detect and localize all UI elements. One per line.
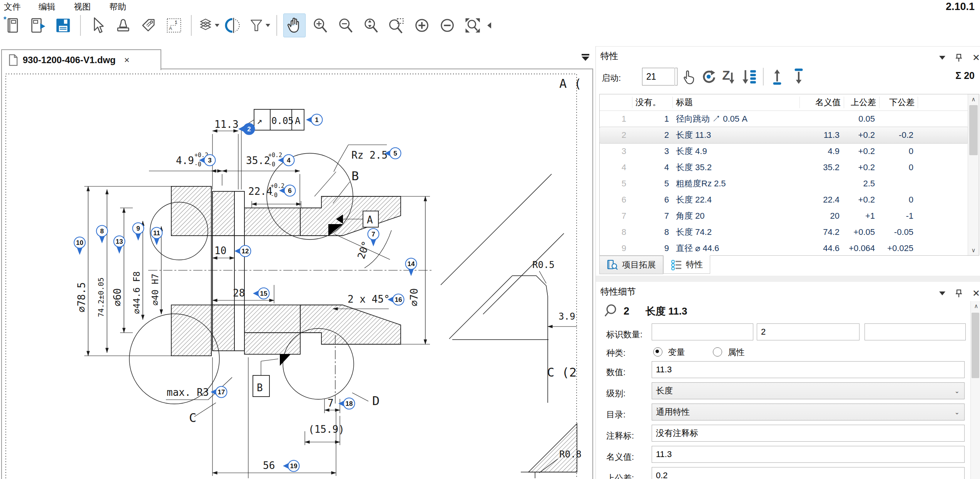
balloon-15[interactable]: 15 (253, 288, 269, 299)
panel-collapse-icon[interactable] (939, 291, 945, 295)
table-row[interactable]: 33长度 4.9 4.9+0.20 (600, 143, 968, 159)
tab-project-expand[interactable]: 项目拓展 (599, 256, 663, 274)
balloon-13[interactable]: 13 (114, 236, 125, 254)
menu-file[interactable]: 文件 (4, 1, 21, 13)
dim-text: R0.8 (559, 449, 582, 460)
scroll-thumb[interactable] (969, 105, 978, 155)
menu-view[interactable]: 视图 (74, 1, 91, 13)
radio-dot (713, 347, 722, 357)
toolbar-collapse-arrow[interactable] (487, 22, 491, 28)
pan-tool-button[interactable] (283, 13, 306, 37)
balloon-18[interactable]: 18 (338, 398, 355, 409)
increase-button[interactable] (411, 14, 433, 37)
start-input[interactable] (642, 68, 677, 85)
document-tab-bar: 930-1200-406-V1.dwg × (1, 49, 593, 69)
scroll-up-arrow[interactable]: ∧ (968, 94, 979, 104)
stamp-tool-button[interactable] (112, 14, 134, 37)
balloon-14[interactable]: 14 (406, 258, 417, 276)
table-row[interactable]: 66长度 22.4 22.4+0.20 (600, 192, 968, 208)
drawing-canvas[interactable]: 11.34.9+0.2-035.2+0.2-0Rz 2.522.4+0.2-0↗… (2, 69, 592, 478)
tab-characteristics[interactable]: 特性 (663, 255, 710, 274)
catalog-select[interactable]: 通用特性 ⌄ (652, 404, 965, 420)
table-row[interactable]: 55粗糙度Rz 2.5 2.5 (600, 176, 968, 192)
table-scrollbar[interactable]: ∧ ∨ (968, 94, 979, 255)
z-order-button[interactable]: Z (721, 68, 738, 87)
pick-tool-button[interactable] (680, 68, 697, 87)
scroll-down-arrow[interactable]: ∨ (968, 245, 979, 255)
close-icon[interactable]: ✕ (972, 289, 980, 298)
select-tool-button[interactable] (87, 14, 109, 37)
balloon-16[interactable]: 16 (388, 294, 404, 305)
zoom-window-button[interactable] (386, 14, 407, 37)
zoom-in-button[interactable] (309, 14, 331, 37)
new-document-button[interactable]: * (2, 14, 23, 37)
renumber-button[interactable] (700, 68, 717, 87)
radio-attribute[interactable]: 属性 (713, 347, 744, 358)
decrease-button[interactable] (436, 14, 458, 37)
tag-tool-button[interactable] (138, 14, 159, 37)
drawing-viewport[interactable]: 11.34.9+0.2-035.2+0.2-0Rz 2.522.4+0.2-0↗… (1, 69, 593, 479)
filter-button[interactable] (249, 14, 270, 37)
mirror-tool-button[interactable] (223, 14, 245, 37)
tab-list-button[interactable] (582, 54, 590, 62)
balloon-8[interactable]: 8 (97, 226, 108, 244)
field-label-id-count: 标识数量: (606, 329, 642, 340)
balloon-10[interactable]: 10 (74, 237, 85, 255)
sort-list-button[interactable] (741, 68, 758, 87)
capture-region-button[interactable]: 1 A (163, 14, 185, 37)
panel-collapse-icon[interactable] (939, 56, 945, 60)
id-count-input-3[interactable] (865, 323, 966, 340)
radio-variable[interactable]: 变量 (653, 347, 685, 358)
col-lower[interactable]: 下公差 (880, 97, 918, 108)
menu-edit[interactable]: 编辑 (38, 1, 55, 13)
id-count-input-2[interactable] (757, 323, 860, 340)
details-scrollbar[interactable]: ∧ (970, 301, 980, 479)
balloon-2[interactable]: 2 (238, 124, 255, 135)
balloon-17[interactable]: 17 (211, 387, 227, 398)
table-row[interactable]: 11径向跳动 ↗ 0.05 A 0.05 (600, 111, 968, 127)
col-title[interactable]: 标题 (673, 97, 800, 108)
panel-splitter[interactable] (596, 276, 980, 282)
menu-help[interactable]: 帮助 (109, 1, 126, 13)
zoom-vertical-button[interactable] (360, 14, 382, 37)
table-row[interactable]: 88长度 74.2 74.2+0.05-0.05 (600, 224, 968, 240)
col-nominal[interactable]: 名义值 (800, 97, 844, 108)
pin-icon[interactable] (955, 54, 962, 62)
table-row[interactable]: 44长度 35.2 35.2+0.20 (600, 159, 968, 176)
table-row[interactable]: 22长度 11.3 11.3+0.2-0.2 (600, 127, 968, 143)
sort-list-icon (741, 68, 758, 85)
layers-button[interactable] (198, 14, 219, 37)
balloon-1[interactable]: 1 (306, 114, 323, 126)
hand-icon (285, 16, 304, 35)
nominal-input[interactable] (652, 446, 965, 463)
open-document-button[interactable] (27, 14, 48, 37)
capture-region-icon: 1 A (165, 16, 183, 35)
scroll-up-arrow[interactable]: ∧ (971, 301, 980, 311)
details-panel-title: 特性细节 (600, 286, 636, 298)
upper-tol-input[interactable] (652, 467, 965, 479)
detail-header: 2 长度 11.3 (604, 303, 687, 319)
annotation-input[interactable] (652, 425, 965, 442)
class-select[interactable]: 长度 ⌄ (652, 382, 965, 399)
balloon-9[interactable]: 9 (133, 223, 144, 241)
save-button[interactable] (52, 14, 74, 37)
scroll-thumb[interactable] (972, 313, 979, 378)
selection-border (6, 74, 577, 478)
chevron-down-icon: ⌄ (955, 409, 960, 416)
zoom-fit-button[interactable] (462, 14, 483, 37)
move-top-button[interactable] (768, 68, 786, 87)
tab-close-icon[interactable]: × (124, 55, 129, 65)
pin-icon[interactable] (955, 289, 962, 298)
characteristics-table[interactable]: 没有。 标题 名义值 上公差 下公差 11径向跳动 ↗ 0.05 A 0.05 … (599, 94, 979, 256)
col-upper[interactable]: 上公差 (844, 97, 880, 108)
value-input[interactable] (652, 361, 965, 378)
balloon-19[interactable]: 19 (283, 461, 299, 472)
table-row[interactable]: 77角度 20 20+1-1 (600, 208, 968, 224)
zoom-out-button[interactable] (335, 14, 356, 37)
close-icon[interactable]: ✕ (972, 53, 980, 62)
table-row[interactable]: 99直径 ⌀ 44.6 44.6+0.064+0.025 (600, 240, 968, 256)
col-no[interactable]: 没有。 (632, 97, 673, 108)
move-bottom-button[interactable] (790, 68, 808, 87)
document-tab[interactable]: 930-1200-406-V1.dwg × (1, 49, 161, 70)
id-count-input-1[interactable] (652, 323, 753, 340)
